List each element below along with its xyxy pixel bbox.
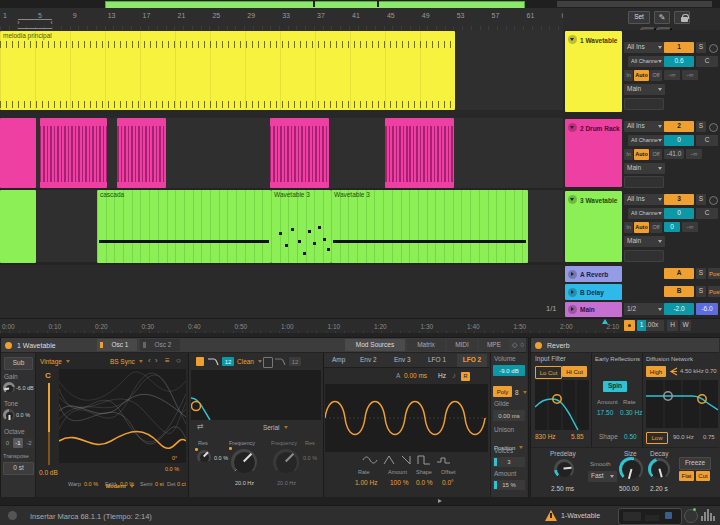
fold-track-icon[interactable] [568,123,577,132]
track3-solo-button[interactable]: S [696,194,706,205]
sub-button[interactable]: Sub [4,357,33,370]
track3-arm-button[interactable] [709,196,718,205]
hot-swap-icon[interactable]: ◇ [512,341,517,349]
filter2-slope[interactable]: 12 [289,357,301,366]
freeze-button[interactable]: Freeze [679,457,711,470]
unison-amount-value[interactable]: 15 % [493,480,525,490]
drum-clip[interactable] [40,118,107,188]
track2-monitor-auto[interactable]: Auto [634,149,649,160]
tab-osc1[interactable]: Osc 1 [97,339,137,351]
sub-tone-knob[interactable] [3,409,15,421]
shape-value[interactable]: 0.50 [624,434,637,441]
position-slider[interactable] [48,383,50,465]
smooth-select[interactable]: Fast [588,471,617,482]
zoom-height-button[interactable]: H [667,320,678,331]
track1-number[interactable]: 1 [664,42,694,53]
track2-send-b[interactable]: -∞ [686,149,702,159]
loop-brace[interactable]: › ‹ [18,19,52,29]
er-amount-value[interactable]: 17.50 [597,410,613,417]
low-q-value[interactable]: 0.75 [703,434,715,440]
lo-cut-button[interactable]: Lo Cut [535,366,562,379]
fold-track-icon[interactable] [568,35,577,44]
filter-display[interactable] [191,370,321,420]
volume-value[interactable]: -9.0 dB [493,365,525,376]
track2-arm-button[interactable] [709,123,718,132]
track3-send-b[interactable]: -∞ [682,222,698,232]
decay-knob[interactable] [648,458,670,480]
drum-clip[interactable] [117,118,166,188]
draw-mode-button[interactable]: ✎ [654,11,670,24]
octave-0[interactable]: 0 [3,438,12,448]
prev-table-icon[interactable]: ‹ [148,357,151,365]
warp-value[interactable]: 0.0 % [84,482,98,488]
track2-volume[interactable]: 0 [664,135,694,146]
follow-chip[interactable] [624,320,635,331]
fold-track-icon[interactable] [568,288,577,297]
phase-degree-value[interactable]: 0° [172,456,177,462]
track1-send-a[interactable]: -∞ [664,70,680,80]
tab-env3[interactable]: Env 3 [394,357,411,364]
returnA-name-box[interactable]: A Reverb [565,266,622,282]
device-title-bar[interactable]: 1 Wavetable Osc 1 Osc 2 Mod Sources Matr… [1,338,526,353]
track3-input-select[interactable]: All Ins [624,194,665,205]
voices-value[interactable]: 3 [493,457,525,467]
size-knob[interactable] [619,457,643,481]
track3-channel-select[interactable]: All Channe [628,208,665,219]
tab-matrix[interactable]: Matrix [407,339,445,351]
track3-monitor-in[interactable]: In [624,222,633,233]
input-filter-display[interactable] [535,380,589,430]
hi-cut-button[interactable]: Hi Cut [562,366,587,377]
high-shelf-button[interactable]: High [646,366,666,377]
track1-monitor-off[interactable]: Off [650,70,662,81]
track2-monitor-off[interactable]: Off [650,149,662,160]
display-mode-icon[interactable]: ≡ [165,357,170,365]
track3-volume[interactable]: 0 [664,208,694,219]
wavetable-clip[interactable] [0,190,36,263]
diffusion-display[interactable] [646,380,718,428]
freq2-knob[interactable] [273,449,299,475]
predelay-knob[interactable] [554,459,574,479]
semi-value[interactable]: 0 st [155,482,164,488]
main-volume[interactable]: -2.0 [664,303,694,315]
detune-value[interactable]: 0 ct [177,482,186,488]
freq2-value[interactable]: 20.0 Hz [277,481,296,487]
main-output-select[interactable]: 1/2 [624,303,665,315]
tab-lfo2[interactable]: LFO 2 [457,354,487,367]
clip-wavetable3-a[interactable]: Wavetable 3 [271,190,331,263]
tab-lfo1[interactable]: LFO 1 [428,357,446,364]
glide-value[interactable]: 0.00 ms [493,410,525,421]
offset-value[interactable]: 0.0° [442,480,454,487]
main-cue-volume[interactable]: -6.0 [696,303,718,315]
track2-pan[interactable]: C [696,135,718,146]
fold-track-icon[interactable] [568,270,577,279]
tab-mpe[interactable]: MPE [479,339,509,351]
main-name-box[interactable]: Main [565,302,622,317]
returnB-post-toggle[interactable]: Post [708,286,720,297]
spin-button[interactable]: Spin [603,381,627,392]
device-activator[interactable] [535,342,542,349]
tab-env2[interactable]: Env 2 [360,357,377,364]
filter1-activator[interactable] [196,357,204,366]
device-scroll-strip[interactable] [0,497,720,505]
high-q-value[interactable]: 0.70 [705,368,717,374]
track1-send-b[interactable]: -∞ [682,70,698,80]
diffusion-link-icon[interactable] [669,367,678,376]
wavetable-category-select[interactable]: Vintage [40,358,70,365]
lfo-sync-note-icon[interactable]: ♪ [452,372,456,380]
osc-gain-value[interactable]: 0.0 dB [39,470,58,477]
decay-value[interactable]: 2.20 s [650,486,668,493]
filter-routing-select[interactable]: Serial [263,424,288,431]
track2-name-box[interactable]: 2 Drum Rack [565,119,622,187]
track3-name-box[interactable]: 3 Wavetable [565,191,622,262]
lfo-hz-mode[interactable]: Hz [438,373,446,380]
expand-arrow-icon[interactable] [438,499,442,503]
track2-number[interactable]: 2 [664,121,694,132]
beat-time-ruler[interactable]: › ‹ 1591317212529333741454953576165 [0,8,563,31]
track1-solo-button[interactable]: S [696,42,706,53]
predelay-value[interactable]: 2.50 ms [551,486,574,493]
zoom-amount[interactable]: 1 .00x [637,320,664,331]
tab-osc2[interactable]: Osc 2 [140,339,180,351]
arrangement-overview[interactable] [0,0,720,8]
sub-gain-knob[interactable] [3,382,15,394]
phase-percent-value[interactable]: 0.0 % [165,467,179,473]
